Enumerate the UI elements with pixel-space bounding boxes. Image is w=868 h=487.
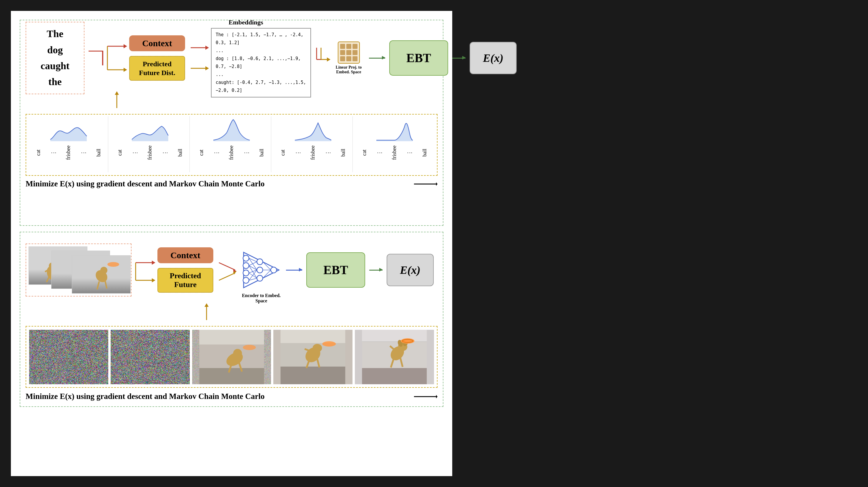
arrow-to-ex-top	[452, 58, 465, 59]
dist-label-ball-5: ball	[422, 144, 428, 162]
svg-line-41	[219, 273, 235, 280]
dist-label-dots-1: ⋮	[50, 144, 57, 162]
minimize-arrow-bottom	[414, 394, 437, 400]
embeddings-title: Embeddings	[228, 19, 263, 26]
svg-marker-35	[152, 261, 155, 265]
embed-line-4: ...	[216, 71, 306, 79]
embed-line-3: dog : [1.8, −0.6, 2.1, ...,−1.9, 0.7, −2…	[216, 55, 306, 71]
predicted-future-label: Predicted Future	[170, 271, 201, 289]
dist-label-dots-2: ⋮	[132, 144, 138, 162]
svg-marker-38	[152, 278, 155, 282]
arrows-to-embed	[191, 37, 207, 79]
context-label-bottom: Context	[170, 250, 200, 260]
svg-point-73	[243, 345, 256, 350]
ebt-box-top: EBT	[389, 40, 448, 76]
dist-svg-1	[31, 116, 106, 143]
dist-label-ball-2: ball	[177, 144, 183, 162]
bottom-routing-arrows	[136, 251, 153, 289]
image-strip-2	[111, 330, 190, 384]
context-box-top: Context	[129, 35, 185, 51]
dist-plot-5: cat ⋮ frisbee ⋮ ball	[355, 116, 434, 172]
svg-marker-15	[115, 91, 119, 95]
dog-figure-3	[72, 256, 131, 293]
dist-label-dots2-4: ⋮	[325, 144, 331, 162]
predicted-future-dist-label: Predicted Future Dist.	[139, 60, 175, 77]
dist-plot-4: cat ⋮ frisbee ⋮ ball	[274, 116, 353, 172]
svg-marker-1	[124, 44, 127, 48]
svg-point-49	[257, 267, 263, 273]
arrow-to-ex-bottom	[369, 270, 382, 270]
svg-line-61	[263, 262, 271, 270]
context-box-bottom: Context	[157, 247, 213, 263]
dist-label-dots-4: ⋮	[295, 144, 301, 162]
arrow-to-waffle	[315, 37, 329, 79]
dist-label-frisbee-5: frisbee	[391, 144, 398, 162]
dog-frame-3	[72, 255, 131, 293]
context-label-top: Context	[142, 38, 172, 48]
svg-point-46	[243, 270, 249, 276]
svg-line-54	[249, 262, 257, 265]
dist-label-dots-5: ⋮	[376, 144, 383, 162]
embed-line-2: ...	[216, 47, 306, 55]
ebt-label-top: EBT	[406, 51, 431, 65]
svg-point-48	[257, 259, 263, 265]
ex-label-bottom: E(x)	[400, 263, 421, 277]
svg-marker-65	[205, 303, 209, 307]
svg-point-51	[271, 267, 277, 273]
svg-point-44	[243, 255, 249, 261]
embeddings-box: The : [-2.1, 1.5, −1.7, … , -2.4, 0.3, 1…	[211, 28, 311, 97]
dist-svg-3	[194, 116, 269, 143]
svg-rect-84	[362, 368, 427, 384]
dist-label-dots2-3: ⋮	[243, 144, 250, 162]
main-container: The dog caught the	[11, 11, 452, 476]
ebt-label-bottom: EBT	[323, 263, 348, 277]
minimize-text-bottom: Minimize E(x) using gradient descent and…	[26, 392, 411, 401]
image-strip-4	[273, 330, 352, 384]
dist-label-frisbee-3: frisbee	[228, 144, 235, 162]
svg-point-33	[107, 262, 119, 267]
svg-point-70	[233, 349, 242, 358]
dist-label-cat-4: cat	[280, 144, 286, 162]
svg-line-58	[249, 273, 257, 278]
dist-label-frisbee-4: frisbee	[310, 144, 316, 162]
svg-rect-75	[281, 367, 345, 384]
dist-label-dots2-5: ⋮	[406, 144, 413, 162]
svg-line-31	[97, 282, 99, 289]
neural-net-svg	[241, 249, 282, 291]
text-context-label: The dog caught the	[41, 26, 69, 90]
dist-plot-3: cat ⋮ frisbee ⋮ ball	[192, 116, 271, 172]
embed-line-1: The : [-2.1, 1.5, −1.7, … , -2.4, 0.3, 1…	[216, 31, 306, 47]
linear-proj-label: Linear Proj. to Embed. Space	[333, 65, 365, 75]
svg-marker-8	[206, 66, 209, 70]
arrow-to-ebt-bottom	[286, 270, 302, 270]
dist-label-dots2-1: ⋮	[80, 144, 87, 162]
dist-label-cat-1: cat	[35, 144, 41, 162]
dist-label-frisbee-2: frisbee	[147, 144, 153, 162]
svg-point-50	[257, 275, 263, 281]
svg-line-39	[219, 263, 235, 270]
svg-marker-97	[436, 395, 437, 398]
svg-point-47	[243, 277, 249, 283]
dist-label-ball-3: ball	[259, 144, 265, 162]
image-strip-3	[192, 330, 271, 384]
svg-line-56	[249, 265, 257, 278]
minimize-text-top: Minimize E(x) using gradient descent and…	[26, 179, 411, 189]
arrows-to-nn	[219, 251, 237, 289]
embed-line-5: caught: [-0.4, 2.7, −1.3, ...,1.5, −2.0,…	[216, 79, 306, 94]
svg-marker-6	[206, 46, 209, 50]
dist-label-dots-3: ⋮	[213, 144, 220, 162]
linear-proj-section: Linear Proj. to Embed. Space	[333, 41, 365, 75]
dist-svg-4	[275, 116, 351, 143]
svg-line-32	[105, 281, 107, 289]
dist-label-cat-5: cat	[361, 144, 368, 162]
svg-rect-76	[281, 330, 345, 343]
dog-svg-3	[192, 330, 271, 384]
image-strip-1	[29, 330, 108, 384]
dog-svg-4	[273, 330, 352, 384]
up-arrow-images	[202, 305, 211, 320]
dist-label-cat-2: cat	[117, 144, 123, 162]
predicted-future-box: Predicted Future	[157, 268, 213, 293]
svg-rect-68	[199, 330, 264, 344]
video-frames-box	[26, 244, 131, 296]
image-strips-row	[26, 326, 437, 388]
